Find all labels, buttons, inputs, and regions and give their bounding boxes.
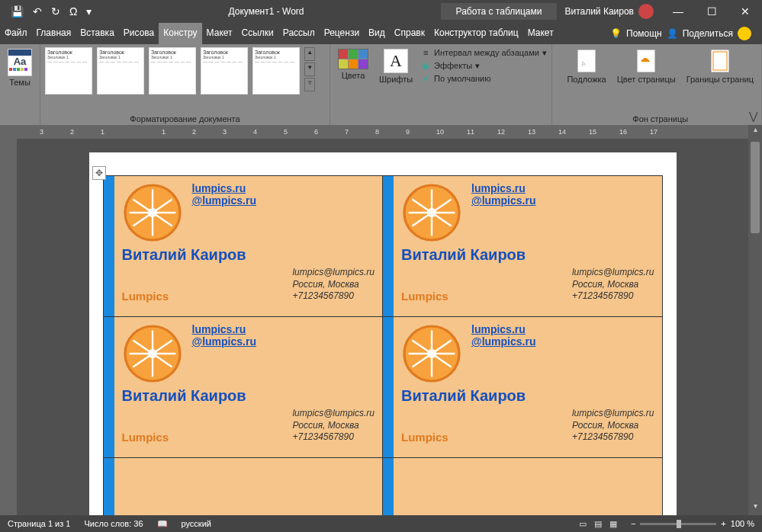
business-cards-table[interactable]: lumpics.ru@lumpics.ruВиталий КаировLumpi…: [103, 175, 663, 515]
zoom-slider[interactable]: [640, 523, 716, 525]
minimize-button[interactable]: —: [661, 5, 695, 18]
page-status[interactable]: Страница 1 из 1: [8, 519, 70, 528]
tab-view[interactable]: Вид: [364, 23, 390, 44]
window-title: Документ1 - Word: [92, 6, 440, 17]
collapse-ribbon-icon[interactable]: ⋁: [749, 110, 757, 122]
table-cell[interactable]: lumpics.ru@lumpics.ruВиталий КаировLumpi…: [383, 317, 663, 458]
user-area[interactable]: Виталий Каиров: [557, 4, 661, 19]
maximize-button[interactable]: ☐: [695, 5, 728, 18]
window-buttons: — ☐ ✕: [661, 5, 762, 18]
card-link[interactable]: lumpics.ru: [471, 182, 535, 194]
tab-table-design[interactable]: Конструктор таблиц: [429, 23, 523, 44]
page[interactable]: ✥ lumpics.ru@lumpics.ruВиталий КаировLum…: [89, 152, 677, 515]
card-accent-bar: [383, 176, 394, 316]
watermark-button[interactable]: A Подложка: [564, 47, 609, 85]
gallery-more-button[interactable]: ▿: [304, 78, 315, 91]
vertical-ruler[interactable]: [0, 125, 17, 515]
scroll-down-button[interactable]: ▾: [748, 502, 762, 515]
view-buttons: ▭ ▤ ▦: [579, 519, 617, 529]
check-icon: ✔: [420, 73, 431, 84]
tab-references[interactable]: Ссылки: [237, 23, 278, 44]
tab-file[interactable]: Файл: [0, 23, 32, 44]
gallery-down-button[interactable]: ▾: [304, 62, 315, 76]
horizontal-ruler[interactable]: 3211234567891011121314151617: [17, 125, 748, 139]
card-link[interactable]: @lumpics.ru: [471, 335, 535, 348]
gallery-up-button[interactable]: ▴: [304, 47, 315, 61]
qat-dropdown-icon[interactable]: ▾: [86, 5, 92, 18]
read-mode-icon[interactable]: ▭: [579, 519, 587, 529]
table-cell[interactable]: [383, 458, 663, 516]
tab-table-layout[interactable]: Макет: [523, 23, 558, 44]
quick-access-toolbar: 💾 ↶ ↻ Ω ▾: [0, 5, 92, 18]
themes-group: Aa Темы: [0, 44, 40, 125]
orange-logo-icon: [122, 182, 183, 243]
proofing-icon[interactable]: 📖: [157, 519, 168, 529]
page-color-button[interactable]: Цвет страницы: [614, 47, 679, 85]
style-card[interactable]: ЗаголовокЗаголовок 1— — — — — — —: [149, 47, 196, 95]
tab-layout[interactable]: Макет: [202, 23, 237, 44]
web-layout-icon[interactable]: ▦: [609, 519, 617, 529]
tab-help[interactable]: Справк: [390, 23, 429, 44]
ribbon: Aa Темы ЗаголовокЗаголовок 1— — — — — — …: [0, 44, 762, 125]
style-card[interactable]: ЗаголовокЗаголовок 1— — — — — — —: [252, 47, 300, 95]
zoom-in-button[interactable]: +: [721, 519, 725, 528]
tab-mailings[interactable]: Рассыл: [278, 23, 320, 44]
tell-me-icon[interactable]: 💡: [610, 28, 622, 39]
card-link[interactable]: @lumpics.ru: [192, 194, 256, 207]
orange-logo-icon: [122, 323, 183, 384]
group-label: Форматирование документа: [45, 113, 325, 123]
page-viewport[interactable]: ✥ lumpics.ru@lumpics.ruВиталий КаировLum…: [17, 139, 748, 515]
scroll-up-button[interactable]: ▴: [748, 125, 762, 139]
style-card[interactable]: ЗаголовокЗаголовок 1— — — — — — —: [201, 47, 248, 95]
share-icon[interactable]: 👤: [667, 28, 678, 39]
ribbon-tabs: Файл Главная Вставка Рисова Констру Маке…: [0, 23, 762, 44]
print-layout-icon[interactable]: ▤: [594, 519, 602, 529]
table-cell[interactable]: lumpics.ru@lumpics.ruВиталий КаировLumpi…: [383, 176, 663, 317]
vertical-scrollbar[interactable]: ▴ ▾: [748, 125, 762, 515]
tab-draw[interactable]: Рисова: [119, 23, 159, 44]
table-cell[interactable]: lumpics.ru@lumpics.ruВиталий КаировLumpi…: [103, 317, 383, 458]
avatar[interactable]: [638, 4, 654, 19]
fonts-button[interactable]: A Шрифты: [376, 47, 416, 85]
redo-icon[interactable]: ↻: [51, 5, 60, 18]
tell-me-text[interactable]: Помощн: [626, 28, 662, 39]
style-card[interactable]: ЗаголовокЗаголовок 1— — — — — — —: [45, 47, 92, 95]
table-cell[interactable]: lumpics.ru@lumpics.ruВиталий КаировLumpi…: [103, 176, 383, 317]
card-link[interactable]: lumpics.ru: [192, 323, 256, 335]
feedback-icon[interactable]: [738, 27, 751, 40]
table-cell[interactable]: [103, 458, 383, 516]
share-text[interactable]: Поделиться: [683, 28, 733, 39]
set-default-button[interactable]: ✔По умолчанию: [420, 73, 547, 84]
tab-insert[interactable]: Вставка: [76, 23, 119, 44]
table-move-handle[interactable]: ✥: [92, 166, 106, 180]
tab-review[interactable]: Рецензи: [320, 23, 364, 44]
doc-formatting-group: ЗаголовокЗаголовок 1— — — — — — — Заголо…: [40, 44, 330, 125]
card-link[interactable]: lumpics.ru: [471, 323, 535, 335]
page-borders-button[interactable]: Границы страниц: [683, 47, 757, 85]
tab-home[interactable]: Главная: [32, 23, 76, 44]
themes-button[interactable]: Aa Темы: [5, 47, 35, 88]
scroll-thumb[interactable]: [751, 142, 760, 233]
style-card[interactable]: ЗаголовокЗаголовок 1— — — — — — —: [97, 47, 144, 95]
close-button[interactable]: ✕: [728, 5, 762, 18]
card-company: Lumpics: [401, 431, 449, 444]
card-company: Lumpics: [122, 290, 169, 303]
word-count[interactable]: Число слов: 36: [84, 519, 143, 528]
colors-button[interactable]: Цвета: [335, 47, 371, 82]
symbol-icon[interactable]: Ω: [69, 5, 77, 18]
card-accent-bar: [104, 176, 114, 316]
language-status[interactable]: русский: [182, 519, 211, 528]
card-link[interactable]: @lumpics.ru: [471, 194, 535, 207]
group-label: Фон страницы: [564, 113, 757, 123]
card-link[interactable]: lumpics.ru: [192, 182, 256, 194]
zoom-out-button[interactable]: −: [631, 519, 635, 528]
tab-design[interactable]: Констру: [159, 23, 201, 44]
card-link[interactable]: @lumpics.ru: [192, 335, 256, 348]
card-name: Виталий Каиров: [401, 387, 654, 405]
page-color-icon: [634, 49, 658, 73]
effects-button[interactable]: ◉Эффекты ▾: [420, 60, 547, 71]
save-icon[interactable]: 💾: [11, 5, 24, 18]
zoom-level[interactable]: 100 %: [731, 519, 754, 528]
undo-icon[interactable]: ↶: [33, 5, 42, 18]
paragraph-spacing-button[interactable]: ≡Интервал между абзацами ▾: [420, 47, 547, 58]
